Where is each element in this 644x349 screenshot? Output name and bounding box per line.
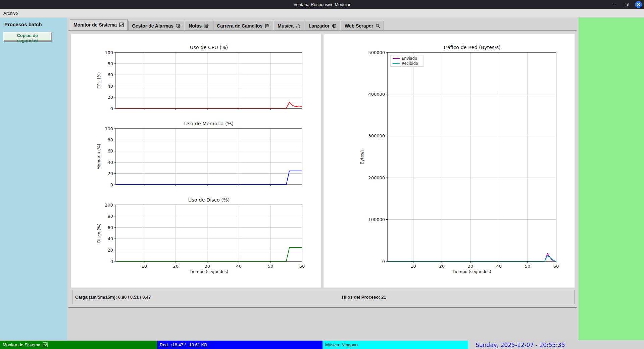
window-controls bbox=[611, 0, 642, 9]
tab-label: Carrera de Camellos bbox=[217, 23, 262, 29]
svg-text:40: 40 bbox=[496, 264, 502, 269]
svg-text:30: 30 bbox=[205, 264, 210, 269]
minimize-button[interactable] bbox=[611, 1, 618, 8]
svg-text:100: 100 bbox=[105, 126, 113, 131]
svg-text:0: 0 bbox=[110, 259, 113, 264]
svg-text:Uso de CPU (%): Uso de CPU (%) bbox=[190, 45, 228, 50]
tab-monitor-de-sistema[interactable]: Monitor de Sistema bbox=[70, 19, 128, 30]
tab-label: Web Scraper bbox=[345, 23, 373, 29]
tab-musica[interactable]: Música bbox=[274, 21, 304, 30]
maximize-icon bbox=[624, 2, 629, 7]
statusbar-network-segment: Red: ↑18.47 / ↓13.61 KB bbox=[157, 341, 323, 349]
menu-item-archivo[interactable]: Archivo bbox=[0, 9, 21, 17]
chart-line-icon bbox=[43, 342, 48, 347]
svg-text:0: 0 bbox=[110, 106, 113, 111]
svg-text:400000: 400000 bbox=[368, 92, 385, 97]
tabstrip: Monitor de Sistema Gestor de Alarmas bbox=[70, 18, 385, 30]
svg-text:80: 80 bbox=[107, 214, 113, 219]
statusbar-clock: Sunday, 2025-12-07 - 20:55:35 bbox=[468, 341, 644, 349]
chart-line-icon bbox=[119, 23, 124, 27]
tab-label: Música bbox=[278, 23, 293, 29]
svg-text:20: 20 bbox=[439, 264, 445, 269]
network-traffic-chart: 0100000200000300000400000500000102030405… bbox=[324, 34, 575, 288]
svg-text:20: 20 bbox=[107, 171, 113, 176]
close-icon bbox=[635, 1, 642, 8]
svg-text:100: 100 bbox=[105, 50, 113, 55]
tab-label: Monitor de Sistema bbox=[73, 22, 117, 28]
statusbar: Monitor de Sistema Red: ↑18.47 / ↓13.61 … bbox=[0, 341, 644, 349]
svg-text:CPU (%): CPU (%) bbox=[97, 72, 101, 89]
tab-notas[interactable]: Notas bbox=[185, 21, 212, 30]
notebook: Monitor de Sistema Gestor de Alarmas bbox=[67, 17, 578, 341]
checkered-flag-icon bbox=[265, 24, 269, 28]
statusbar-music-segment: Música: Ninguno bbox=[323, 341, 468, 349]
svg-text:40: 40 bbox=[107, 84, 113, 89]
minimize-icon bbox=[612, 2, 617, 7]
svg-text:100000: 100000 bbox=[368, 217, 385, 222]
svg-text:60: 60 bbox=[107, 225, 113, 230]
magnifier-icon bbox=[376, 24, 380, 28]
system-monitor-panel: 020406080100Uso de CPU (%)CPU (%)0204060… bbox=[68, 30, 577, 308]
alarm-clock-icon bbox=[176, 24, 181, 28]
tab-label: Lanzador bbox=[309, 23, 330, 29]
svg-text:0: 0 bbox=[382, 259, 385, 264]
sidebar-heading: Procesos batch bbox=[4, 21, 67, 27]
svg-text:Disco (%): Disco (%) bbox=[97, 223, 101, 243]
load-average-label: Carga (1m/5m/15m): 0.80 / 0.51 / 0.47 bbox=[72, 295, 342, 300]
svg-text:Tiempo (segundos): Tiempo (segundos) bbox=[189, 269, 228, 274]
svg-text:100: 100 bbox=[105, 203, 113, 208]
svg-text:Uso de Disco (%): Uso de Disco (%) bbox=[188, 197, 230, 203]
svg-text:200000: 200000 bbox=[368, 175, 385, 180]
process-threads-label: Hilos del Proceso: 21 bbox=[342, 295, 386, 300]
tab-carrera-de-camellos[interactable]: Carrera de Camellos bbox=[213, 21, 273, 30]
svg-text:40: 40 bbox=[236, 264, 242, 269]
tab-label: Gestor de Alarmas bbox=[132, 23, 174, 29]
globe-icon bbox=[332, 24, 337, 28]
svg-text:Bytes/s: Bytes/s bbox=[360, 149, 364, 164]
tab-label: Notas bbox=[189, 23, 202, 29]
svg-text:60: 60 bbox=[553, 264, 559, 269]
memo-icon bbox=[204, 24, 209, 28]
svg-text:300000: 300000 bbox=[368, 133, 385, 138]
svg-text:60: 60 bbox=[107, 72, 113, 77]
close-button[interactable] bbox=[635, 1, 642, 8]
svg-text:Tráfico de Red (Bytes/s): Tráfico de Red (Bytes/s) bbox=[443, 45, 501, 50]
svg-text:30: 30 bbox=[467, 264, 473, 269]
svg-text:10: 10 bbox=[410, 264, 416, 269]
svg-text:Memoria (%): Memoria (%) bbox=[97, 144, 101, 170]
main-content: Procesos batch Copias de seguridad Monit… bbox=[0, 17, 644, 341]
svg-text:500000: 500000 bbox=[368, 50, 385, 55]
svg-text:20: 20 bbox=[173, 264, 179, 269]
svg-text:10: 10 bbox=[141, 264, 147, 269]
svg-text:50: 50 bbox=[268, 264, 274, 269]
app-window: Ventana Responsive Modular Archivo bbox=[0, 0, 644, 349]
svg-text:Tiempo (segundos): Tiempo (segundos) bbox=[452, 269, 491, 274]
sidebar: Procesos batch Copias de seguridad bbox=[0, 17, 67, 340]
stats-row: Carga (1m/5m/15m): 0.80 / 0.51 / 0.47 Hi… bbox=[72, 290, 575, 304]
svg-text:20: 20 bbox=[107, 95, 113, 100]
svg-text:80: 80 bbox=[107, 61, 113, 66]
menubar: Archivo bbox=[0, 9, 644, 18]
svg-text:40: 40 bbox=[107, 236, 113, 241]
svg-text:60: 60 bbox=[299, 264, 305, 269]
svg-text:50: 50 bbox=[525, 264, 531, 269]
svg-text:Recibido: Recibido bbox=[402, 61, 418, 66]
statusbar-module-label: Monitor de Sistema bbox=[3, 342, 40, 347]
maximize-button[interactable] bbox=[623, 1, 630, 8]
statusbar-module-segment: Monitor de Sistema bbox=[0, 341, 157, 349]
headphones-icon bbox=[296, 24, 301, 28]
tab-lanzador[interactable]: Lanzador bbox=[305, 21, 340, 30]
right-green-panel bbox=[578, 17, 644, 340]
tab-gestor-de-alarmas[interactable]: Gestor de Alarmas bbox=[128, 21, 184, 30]
svg-text:60: 60 bbox=[107, 148, 113, 154]
tab-web-scraper[interactable]: Web Scraper bbox=[341, 21, 384, 30]
cpu-memory-disk-charts: 020406080100Uso de CPU (%)CPU (%)0204060… bbox=[71, 34, 321, 288]
svg-text:Uso de Memoria (%): Uso de Memoria (%) bbox=[184, 121, 234, 126]
svg-text:40: 40 bbox=[107, 160, 113, 165]
backup-button[interactable]: Copias de seguridad bbox=[3, 32, 51, 41]
titlebar: Ventana Responsive Modular bbox=[0, 0, 644, 9]
window-title: Ventana Responsive Modular bbox=[294, 2, 351, 7]
svg-text:20: 20 bbox=[107, 248, 113, 253]
svg-text:0: 0 bbox=[110, 182, 113, 187]
svg-text:Enviado: Enviado bbox=[402, 56, 417, 61]
